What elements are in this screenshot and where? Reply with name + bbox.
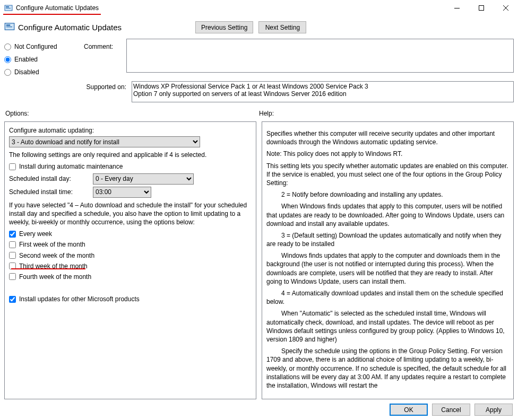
svg-rect-1 xyxy=(6,6,9,7)
scheduled-day-select[interactable]: 0 - Every day xyxy=(93,173,194,185)
radio-label: Disabled xyxy=(14,68,39,76)
svg-rect-9 xyxy=(6,27,12,27)
help-text: Specify the schedule using the options i… xyxy=(266,347,509,390)
supported-on-label: Supported on: xyxy=(4,81,132,91)
help-text: 4 = Automatically download updates and i… xyxy=(266,289,509,306)
close-button[interactable] xyxy=(494,0,518,16)
options-note2: If you have selected "4 – Auto download … xyxy=(9,201,252,227)
scheduled-time-label: Scheduled install time: xyxy=(9,188,89,196)
previous-setting-button[interactable]: Previous Setting xyxy=(195,21,253,33)
svg-rect-8 xyxy=(6,24,11,26)
window-title: Configure Automatic Updates xyxy=(16,4,99,12)
radio-label: Enabled xyxy=(14,56,38,63)
annotation-underline xyxy=(11,268,85,269)
help-section-label: Help: xyxy=(259,110,274,117)
radio-not-configured[interactable] xyxy=(4,43,11,50)
options-pane: Configure automatic updating: 3 - Auto d… xyxy=(4,121,256,399)
comment-label: Comment: xyxy=(84,39,126,50)
checkbox-label: First week of the month xyxy=(19,240,85,249)
svg-line-6 xyxy=(503,5,508,11)
help-text: Note: This policy does not apply to Wind… xyxy=(266,150,509,158)
policy-icon xyxy=(4,21,15,33)
every-week-checkbox[interactable] xyxy=(9,231,16,238)
checkbox-label: Every week xyxy=(19,230,52,238)
next-setting-button[interactable]: Next Setting xyxy=(258,21,306,33)
svg-line-5 xyxy=(503,5,508,11)
policy-icon xyxy=(4,4,13,12)
help-text: When Windows finds updates that apply to… xyxy=(266,202,509,228)
configure-updating-select[interactable]: 3 - Auto download and notify for install xyxy=(9,136,200,147)
help-text: Specifies whether this computer will rec… xyxy=(266,129,509,146)
checkbox-label: Install during automatic maintenance xyxy=(19,162,123,171)
comment-field[interactable] xyxy=(126,39,514,73)
options-section-label: Options: xyxy=(5,110,259,117)
state-disabled[interactable]: Disabled xyxy=(4,68,84,76)
supported-on-field: Windows XP Professional Service Pack 1 o… xyxy=(132,81,514,102)
svg-rect-2 xyxy=(6,8,11,8)
every-week[interactable]: Every week xyxy=(9,230,252,238)
fourth-week-checkbox[interactable] xyxy=(9,273,16,280)
radio-enabled[interactable] xyxy=(4,56,11,63)
second-week-checkbox[interactable] xyxy=(9,252,16,259)
policy-title: Configure Automatic Updates xyxy=(18,23,122,32)
radio-label: Not Configured xyxy=(14,43,57,50)
help-text: 2 = Notify before downloading and instal… xyxy=(266,190,509,199)
radio-disabled[interactable] xyxy=(4,69,11,76)
install-during-maintenance-checkbox[interactable] xyxy=(9,163,16,170)
svg-rect-3 xyxy=(454,8,460,8)
second-week[interactable]: Second week of the month xyxy=(9,251,252,260)
apply-button[interactable]: Apply xyxy=(474,404,513,416)
scheduled-day-label: Scheduled install day: xyxy=(9,174,89,183)
checkbox-label: Fourth week of the month xyxy=(19,273,91,281)
help-pane[interactable]: Specifies whether this computer will rec… xyxy=(262,121,514,399)
install-other-products-checkbox[interactable] xyxy=(9,296,16,303)
checkbox-label: Second week of the month xyxy=(19,251,94,260)
annotation-underline xyxy=(3,14,101,15)
checkbox-label: Install updates for other Microsoft prod… xyxy=(19,295,140,303)
help-text: When "Automatic" is selected as the sche… xyxy=(266,309,509,344)
cancel-button[interactable]: Cancel xyxy=(432,404,470,416)
minimize-button[interactable] xyxy=(445,0,469,16)
help-text: This setting lets you specify whether au… xyxy=(266,162,509,188)
first-week[interactable]: First week of the month xyxy=(9,240,252,249)
scheduled-time-select[interactable]: 03:00 xyxy=(93,187,151,198)
first-week-checkbox[interactable] xyxy=(9,241,16,248)
svg-rect-4 xyxy=(479,6,484,11)
state-enabled[interactable]: Enabled xyxy=(4,56,84,63)
install-other-products[interactable]: Install updates for other Microsoft prod… xyxy=(9,295,252,303)
help-text: Windows finds updates that apply to the … xyxy=(266,251,509,286)
install-during-maintenance[interactable]: Install during automatic maintenance xyxy=(9,162,252,171)
maximize-button[interactable] xyxy=(469,0,494,16)
fourth-week[interactable]: Fourth week of the month xyxy=(9,273,252,281)
configure-updating-label: Configure automatic updating: xyxy=(9,126,252,135)
ok-button[interactable]: OK xyxy=(390,404,428,416)
help-text: 3 = (Default setting) Download the updat… xyxy=(266,231,509,248)
options-note: The following settings are only required… xyxy=(9,151,252,159)
state-not-configured[interactable]: Not Configured xyxy=(4,43,84,50)
dialog-footer: OK Cancel Apply xyxy=(4,399,514,416)
group-policy-editor-window: Configure Automatic Updates Configure Au… xyxy=(0,0,518,420)
